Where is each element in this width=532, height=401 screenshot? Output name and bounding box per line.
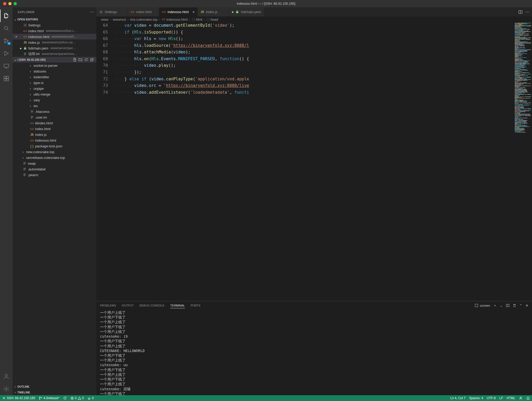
new-file-icon[interactable] — [72, 57, 77, 62]
tree-item-label: type-is — [34, 81, 43, 85]
outline-header[interactable]: › OUTLINE — [13, 384, 96, 389]
text-file-icon — [23, 52, 27, 56]
tree-folder[interactable]: ›socket.io-parser — [13, 63, 96, 68]
explorer-view-icon[interactable] — [0, 9, 13, 22]
editor-tab[interactable]: ●🔒︎fullchain.pem — [229, 7, 264, 16]
sidebar-more-icon[interactable]: ⋯ — [90, 9, 95, 14]
panel-maximize-icon[interactable]: ⌃ — [519, 304, 522, 308]
breadcrumb-item[interactable]: www — [101, 18, 108, 21]
open-editor-item[interactable]: JSindex.jswww/wwwroot/live.cut… — [13, 40, 96, 45]
remote-explorer-view-icon[interactable] — [0, 60, 13, 72]
panel-tab[interactable]: TERMINAL — [170, 303, 185, 308]
open-editor-item[interactable]: ×<>indexooo.htmlwww/wwwroot/li… — [13, 34, 96, 40]
editor-tab[interactable]: JSindex.js — [198, 7, 229, 16]
panel-tab[interactable]: DEBUG CONSOLE — [139, 303, 164, 308]
panel-tab[interactable]: OUTPUT — [122, 303, 134, 308]
editor-tab[interactable]: <>index.html — [128, 7, 159, 16]
eol-status[interactable]: LF — [499, 396, 503, 400]
tree-folder[interactable]: ›secretbase.cutesnake.top — [13, 155, 96, 160]
panel-tab[interactable]: PROBLEMS — [100, 303, 116, 308]
terminal-dropdown-icon[interactable]: ⌄ — [500, 304, 503, 308]
editor-tab[interactable]: Settings — [96, 7, 128, 16]
sidebar: EXPLORER ⋯ ⌄ OPEN EDITORS Settings<>inde… — [13, 7, 96, 395]
close-editor-icon[interactable]: × — [14, 35, 18, 39]
open-editors-header[interactable]: ⌄ OPEN EDITORS — [13, 16, 96, 22]
remote-status[interactable]: SSH: 66.42.100.165 — [2, 396, 35, 400]
tree-folder[interactable]: ›ws — [13, 103, 96, 109]
breadcrumb-item[interactable]: wwwroot — [113, 18, 126, 21]
tree-file[interactable]: <>indexooo.html — [13, 137, 96, 143]
open-editor-item[interactable]: 说明.txtwww/server/panel/vhos… — [13, 51, 96, 57]
cursor-position[interactable]: Ln 4, Col 7 — [450, 396, 465, 400]
search-view-icon[interactable] — [0, 22, 13, 35]
breadcrumb-label: indexooo.html — [167, 18, 188, 21]
breadcrumb-item[interactable]: live.cutesnake.top — [130, 18, 157, 21]
tree-file[interactable]: JSindex.js — [13, 132, 96, 137]
tree-folder[interactable]: ›toidentifier — [13, 74, 96, 80]
sync-status[interactable] — [63, 396, 67, 400]
notifications-icon[interactable] — [526, 396, 530, 400]
code-content[interactable]: ····var video = document.getElementById(… — [115, 22, 532, 301]
breadcrumb-item[interactable]: ⬚head — [207, 18, 218, 21]
tree-folder[interactable]: ›vary — [13, 97, 96, 103]
tree-folder[interactable]: ›type-is — [13, 80, 96, 86]
panel-tab[interactable]: PORTS — [191, 303, 201, 308]
breadcrumb-label: head — [210, 18, 218, 21]
accounts-icon[interactable] — [0, 370, 13, 383]
tree-folder[interactable]: ›utils-merge — [13, 91, 96, 97]
close-tab-icon[interactable]: × — [192, 10, 195, 14]
tree-file[interactable]: .autorelabel — [13, 166, 96, 172]
collapse-all-icon[interactable] — [90, 57, 94, 62]
breadcrumbs[interactable]: www›wwwroot›live.cutesnake.top›<>indexoo… — [96, 16, 532, 22]
timeline-header[interactable]: › TIMELINE — [13, 389, 96, 395]
open-editor-item[interactable]: ●🔒︎fullchain.pemwww/server/pan… — [13, 45, 96, 51]
dirty-indicator-icon: ● — [19, 46, 22, 50]
close-window-button[interactable] — [3, 2, 6, 5]
source-control-view-icon[interactable]: 4 — [0, 35, 13, 47]
split-editor-icon[interactable] — [518, 10, 523, 14]
svg-point-13 — [31, 111, 32, 112]
minimize-window-button[interactable] — [8, 2, 12, 5]
editor-tab[interactable]: <>indexooo.html× — [159, 7, 198, 16]
more-actions-icon[interactable]: ⋯ — [525, 9, 529, 14]
tree-file[interactable]: <>index.html — [13, 126, 96, 132]
manage-gear-icon[interactable] — [0, 383, 13, 395]
tree-folder[interactable]: ›statuses — [13, 68, 96, 74]
breadcrumb-item[interactable]: ⬚html — [192, 18, 202, 21]
tree-folder[interactable]: ›new.cutesnake.top — [13, 149, 96, 155]
terminal-output[interactable]: 一个用户上线了 一个用户下线了 一个用户上线了 一个用户下线了 一个用户上线了 … — [96, 310, 532, 395]
tree-file[interactable]: .user.ini — [13, 114, 96, 120]
extensions-view-icon[interactable] — [0, 72, 13, 85]
open-editor-item[interactable]: <>index.htmlwww/wwwroot/live.c… — [13, 28, 96, 34]
run-debug-view-icon[interactable] — [0, 47, 13, 60]
tree-folder[interactable]: ›unpipe — [13, 86, 96, 91]
html-file-icon: <> — [30, 121, 34, 125]
new-folder-icon[interactable] — [78, 57, 83, 62]
language-status[interactable]: HTML — [507, 396, 515, 400]
ports-status[interactable]: 0 — [87, 396, 94, 400]
terminal-profile[interactable]: screen — [475, 304, 490, 308]
indentation-status[interactable]: Spaces: 4 — [469, 396, 483, 400]
code-editor[interactable]: 6465666768697071727374 ····var video = d… — [96, 22, 532, 301]
problems-status[interactable]: 0 0 — [70, 396, 84, 400]
tree-file[interactable]: swap — [13, 160, 96, 166]
maximize-window-button[interactable] — [14, 2, 17, 5]
kill-terminal-icon[interactable] — [513, 304, 516, 307]
open-editor-item[interactable]: Settings — [13, 22, 96, 28]
encoding-status[interactable]: UTF-8 — [487, 396, 496, 400]
git-branch-status[interactable]: 4.0release* — [39, 396, 59, 400]
split-terminal-icon[interactable] — [506, 304, 509, 307]
refresh-icon[interactable] — [84, 57, 88, 62]
new-terminal-icon[interactable]: ＋ — [493, 303, 497, 308]
tree-file[interactable]: <>iiiindex.html — [13, 120, 96, 126]
breadcrumb-item[interactable]: <>indexooo.html — [162, 18, 188, 21]
workspace-header[interactable]: ⌄ / [SSH: 66.42.100.165] — [13, 57, 96, 63]
tree-file[interactable]: .pearrc — [13, 172, 96, 178]
settings-file-icon — [23, 23, 27, 27]
text-file-icon — [23, 161, 27, 165]
panel-close-icon[interactable]: ✕ — [525, 304, 528, 308]
tree-file[interactable]: { }package-lock.json — [13, 143, 96, 149]
feedback-icon[interactable] — [519, 396, 523, 400]
minimap[interactable] — [514, 22, 532, 301]
tree-file[interactable]: .htaccess — [13, 109, 96, 114]
